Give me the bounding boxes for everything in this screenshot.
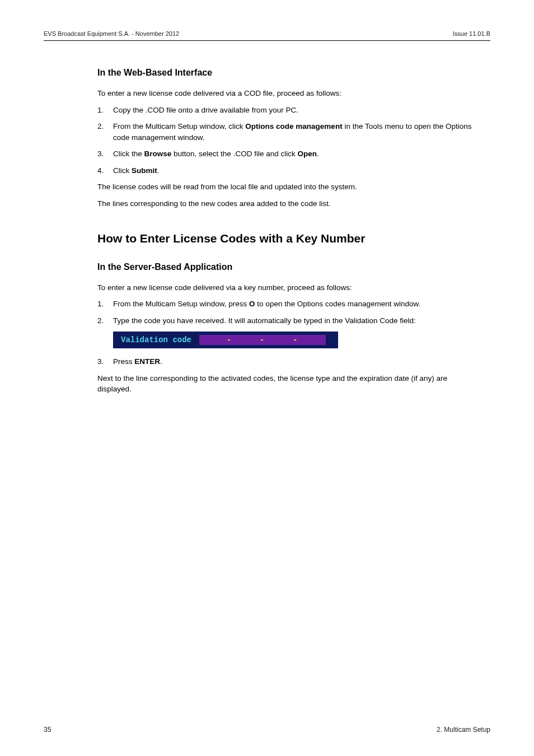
heading-key-number: How to Enter License Codes with a Key Nu… — [97, 232, 479, 245]
list-item: Click the Browse button, select the .COD… — [97, 148, 479, 160]
list-item: Copy the .COD file onto a drive availabl… — [97, 105, 479, 116]
list-item: From the Multicam Setup window, press O … — [97, 298, 479, 310]
dash-icon: - — [293, 335, 298, 344]
key-intro: To enter a new license code delivered vi… — [97, 282, 479, 293]
dash-icon: - — [260, 335, 265, 344]
page-footer: 35 2. Multicam Setup — [44, 726, 490, 734]
heading-web-interface: In the Web-Based Interface — [97, 68, 479, 78]
validation-input[interactable]: - - - — [199, 335, 326, 345]
page-number: 35 — [44, 726, 51, 734]
key-steps-list-cont: Press ENTER. — [97, 356, 479, 367]
heading-server-app: In the Server-Based Application — [97, 262, 479, 272]
header-left: EVS Broadcast Equipment S.A. - November … — [44, 30, 179, 37]
web-after-1: The license codes will be read from the … — [97, 181, 479, 193]
header-right: Issue 11.01.B — [453, 30, 490, 37]
validation-code-field: Validation code - - - — [113, 332, 338, 348]
web-steps-list: Copy the .COD file onto a drive availabl… — [97, 105, 479, 176]
dash-icon: - — [227, 335, 232, 344]
main-content: In the Web-Based Interface To enter a ne… — [97, 68, 479, 395]
web-after-2: The lines corresponding to the new codes… — [97, 198, 479, 209]
list-item: From the Multicam Setup window, click Op… — [97, 121, 479, 143]
web-intro: To enter a new license code delivered vi… — [97, 88, 479, 99]
list-item: Click Submit. — [97, 165, 479, 176]
key-after: Next to the line corresponding to the ac… — [97, 373, 479, 395]
key-steps-list: From the Multicam Setup window, press O … — [97, 298, 479, 326]
list-item: Press ENTER. — [97, 356, 479, 367]
list-item: Type the code you have received. It will… — [97, 315, 479, 326]
page-header: EVS Broadcast Equipment S.A. - November … — [44, 30, 490, 41]
footer-section: 2. Multicam Setup — [437, 726, 490, 734]
validation-label: Validation code — [113, 335, 199, 344]
